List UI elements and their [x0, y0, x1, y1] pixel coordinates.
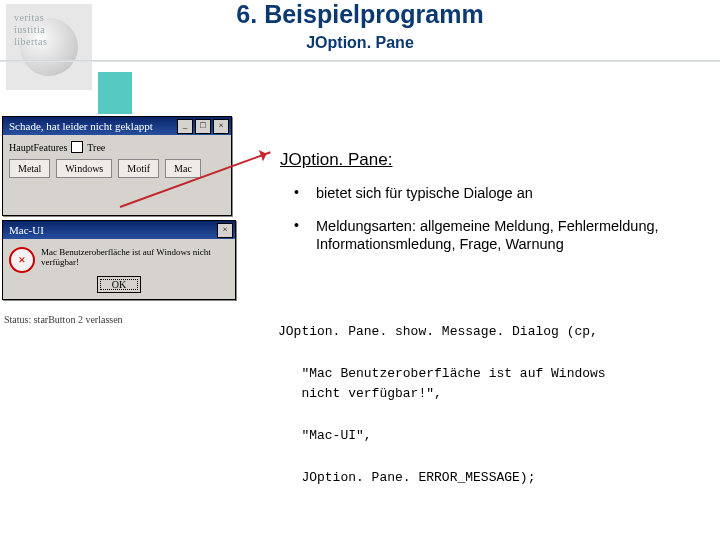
tab-mac[interactable]: Mac [165, 159, 201, 178]
code-line: "Mac Benutzeroberfläche ist auf Windows [278, 366, 606, 381]
feature-label: HauptFeatures [9, 142, 67, 153]
window-titlebar: Schade, hat leider nicht geklappt _ □ × [3, 117, 231, 135]
tab-windows[interactable]: Windows [56, 159, 112, 178]
code-block: JOption. Pane. show. Message. Dialog (cp… [278, 322, 710, 488]
error-icon: × [9, 247, 35, 273]
example-screenshot: Schade, hat leider nicht geklappt _ □ × … [2, 116, 274, 366]
slide-subtitle: JOption. Pane [0, 34, 720, 52]
feature-value: Tree [87, 142, 105, 153]
list-item: Meldungsarten: allgemeine Meldung, Fehle… [288, 217, 698, 254]
close-icon[interactable]: × [213, 119, 229, 134]
status-line: Status: starButton 2 verlassen [4, 314, 123, 325]
close-icon[interactable]: × [217, 223, 233, 238]
list-item: bietet sich für typische Dialoge an [288, 184, 698, 203]
tab-metal[interactable]: Metal [9, 159, 50, 178]
accent-block [98, 72, 132, 114]
code-line: nicht verfügbar!", [278, 386, 442, 401]
code-line: JOption. Pane. show. Message. Dialog (cp… [278, 324, 598, 339]
dialog-titlebar: Mac-UI × [3, 221, 235, 239]
checkbox-icon[interactable] [71, 141, 83, 153]
code-line: JOption. Pane. ERROR_MESSAGE); [278, 470, 535, 485]
dialog-title: Mac-UI [5, 224, 215, 236]
window-title: Schade, hat leider nicht geklappt [5, 120, 175, 132]
header-divider [0, 60, 720, 62]
lnf-tabs: Metal Windows Motif Mac [9, 159, 225, 178]
bullet-list: bietet sich für typische Dialoge an Meld… [288, 184, 698, 268]
code-line: "Mac-UI", [278, 428, 372, 443]
error-dialog: Mac-UI × × Mac Benutzeroberfläche ist au… [2, 220, 236, 300]
tab-motif[interactable]: Motif [118, 159, 159, 178]
slide-title: 6. Beispielprogramm [0, 0, 720, 29]
dialog-message: Mac Benutzeroberfläche ist auf Windows n… [41, 247, 229, 273]
section-heading: JOption. Pane: [280, 150, 392, 170]
ok-button[interactable]: OK [97, 276, 141, 293]
maximize-icon[interactable]: □ [195, 119, 211, 134]
parent-window: Schade, hat leider nicht geklappt _ □ × … [2, 116, 232, 216]
minimize-icon[interactable]: _ [177, 119, 193, 134]
feature-row: HauptFeatures Tree [9, 141, 225, 153]
